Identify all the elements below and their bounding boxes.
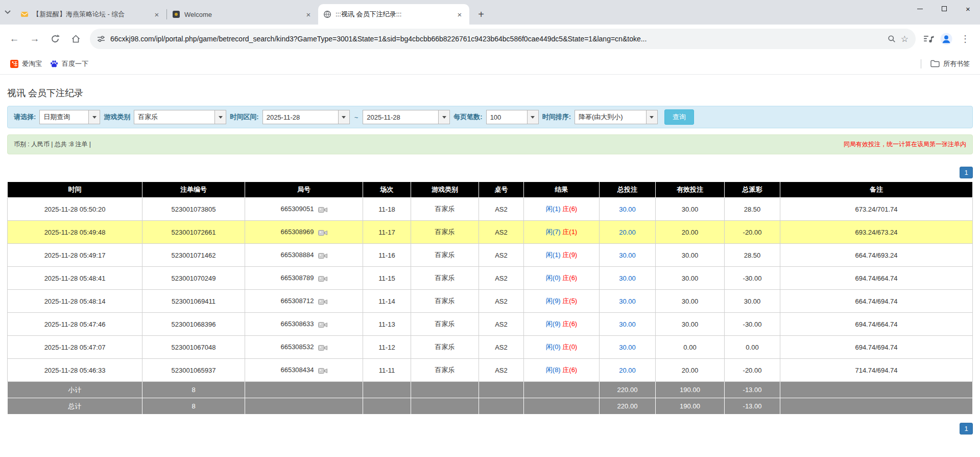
chevron-down-icon[interactable] <box>338 110 350 124</box>
result-banker: 庄(5) <box>562 297 577 305</box>
close-tab-icon[interactable]: × <box>152 10 161 19</box>
toolbar-right: ⋮ <box>921 33 975 45</box>
cell-bet-id: 523001070249 <box>142 267 245 290</box>
total-bet-link[interactable]: 20.00 <box>619 228 636 236</box>
back-button[interactable]: ← <box>5 30 23 48</box>
maximize-button[interactable] <box>932 0 956 17</box>
bookmark-label: 百度一下 <box>62 59 88 68</box>
video-replay-icon[interactable] <box>318 299 327 305</box>
bookmark-aitaobao[interactable]: 爱淘宝 <box>6 57 46 71</box>
video-replay-icon[interactable] <box>318 368 327 374</box>
total-bet-link[interactable]: 20.00 <box>619 367 636 374</box>
chevron-down-icon[interactable] <box>214 110 226 124</box>
bookmark-star-icon[interactable]: ☆ <box>901 34 909 44</box>
cell-total-bet: 30.00 <box>600 336 656 359</box>
result-player: 闲(1) <box>546 205 561 213</box>
sort-combobox[interactable] <box>575 110 658 124</box>
footer-valid-bet: 190.00 <box>656 382 725 398</box>
page-size-combobox[interactable] <box>486 110 539 124</box>
folder-icon <box>930 60 940 67</box>
address-bar[interactable]: 66cxkj98.com/ipl/portal.php/game/betreco… <box>90 29 916 49</box>
result-banker: 庄(6) <box>562 320 577 328</box>
home-icon <box>71 34 81 43</box>
profile-avatar[interactable] <box>940 33 952 45</box>
cell-payout: 30.00 <box>725 290 780 313</box>
video-replay-icon[interactable] <box>318 345 327 351</box>
table-row: 2025-11-28 05:49:17523001071462665308884… <box>8 244 973 267</box>
game-type-combobox[interactable] <box>134 110 226 124</box>
sort-input[interactable] <box>575 110 646 124</box>
tab-welcome[interactable]: Welcome × <box>167 4 318 25</box>
round-number: 665309051 <box>280 205 314 213</box>
cell-time: 2025-11-28 05:47:46 <box>8 313 142 336</box>
total-bet-link[interactable]: 30.00 <box>619 205 636 213</box>
chevron-down-icon[interactable] <box>646 110 658 124</box>
cell-session: 11-13 <box>363 313 411 336</box>
cell-remark: 693.24/673.24 <box>780 221 973 244</box>
result-player: 闲(0) <box>546 274 561 282</box>
bookmark-baidu[interactable]: 百度一下 <box>46 57 92 71</box>
tab-search-button[interactable] <box>0 0 15 25</box>
url-text[interactable]: 66cxkj98.com/ipl/portal.php/game/betreco… <box>110 35 882 43</box>
query-mode-combobox[interactable] <box>39 110 100 124</box>
cell-table-no: AS2 <box>479 290 524 313</box>
total-bet-link[interactable]: 30.00 <box>619 298 636 305</box>
chevron-down-icon[interactable] <box>88 110 100 124</box>
footer-empty <box>411 382 479 398</box>
cell-valid-bet: 30.00 <box>656 290 725 313</box>
date-to-picker[interactable] <box>363 110 450 124</box>
table-row: 2025-11-28 05:47:46523001068396665308633… <box>8 313 973 336</box>
site-settings-icon[interactable] <box>97 35 105 43</box>
zoom-icon[interactable] <box>888 35 896 43</box>
video-replay-icon[interactable] <box>318 230 327 236</box>
cell-round-id: 665308712 <box>245 290 363 313</box>
date-to-input[interactable] <box>363 110 438 124</box>
reload-button[interactable] <box>46 30 64 48</box>
tab-bet-records[interactable]: :::视讯 会员下注纪录::: × <box>318 4 469 25</box>
total-bet-link[interactable]: 30.00 <box>619 275 636 282</box>
maximize-icon <box>942 6 947 11</box>
query-mode-input[interactable] <box>39 110 88 124</box>
table-header-row: 时间注单编号局号场次游戏类别桌号结果总投注有效投注总派彩备注 <box>8 182 973 198</box>
tab-title: Welcome <box>184 11 301 18</box>
date-from-input[interactable] <box>262 110 338 124</box>
total-bet-link[interactable]: 30.00 <box>619 252 636 259</box>
cell-table-no: AS2 <box>479 336 524 359</box>
date-from-picker[interactable] <box>262 110 350 124</box>
new-tab-button[interactable]: + <box>473 7 489 22</box>
video-replay-icon[interactable] <box>318 276 327 282</box>
page-size-input[interactable] <box>486 110 527 124</box>
video-replay-icon[interactable] <box>318 207 327 213</box>
forward-button[interactable]: → <box>26 30 44 48</box>
cell-session: 11-18 <box>363 198 411 221</box>
tab-forum[interactable]: 【新提醒】海燕策略论坛 - 综合 × <box>15 4 166 25</box>
all-bookmarks-button[interactable]: 所有书签 <box>926 57 974 71</box>
cell-result: 闲(1) 庄(6) <box>524 198 600 221</box>
chevron-down-icon[interactable] <box>438 110 450 124</box>
footer-payout: -13.00 <box>725 398 780 415</box>
table-row: 2025-11-28 05:49:48523001072661665308969… <box>8 221 973 244</box>
total-bet-link[interactable]: 30.00 <box>619 321 636 328</box>
chevron-down-icon[interactable] <box>527 110 539 124</box>
video-replay-icon[interactable] <box>318 253 327 259</box>
footer-empty <box>363 382 411 398</box>
media-controls-icon[interactable] <box>924 35 934 43</box>
video-replay-icon[interactable] <box>318 322 327 328</box>
menu-icon[interactable]: ⋮ <box>959 33 972 44</box>
page-button-1[interactable]: 1 <box>960 423 973 435</box>
cell-result: 闲(0) 庄(6) <box>524 267 600 290</box>
page-button-1[interactable]: 1 <box>960 167 973 178</box>
close-tab-icon[interactable]: × <box>304 10 313 19</box>
minimize-button[interactable] <box>908 0 932 17</box>
game-type-input[interactable] <box>134 110 214 124</box>
round-number: 665308532 <box>280 343 314 351</box>
search-button[interactable]: 查询 <box>664 109 694 125</box>
close-tab-icon[interactable]: × <box>455 10 464 19</box>
home-button[interactable] <box>66 30 85 48</box>
cell-total-bet: 30.00 <box>600 244 656 267</box>
footer-empty <box>780 382 973 398</box>
close-window-button[interactable]: × <box>956 0 980 17</box>
total-bet-link[interactable]: 30.00 <box>619 344 636 351</box>
result-player: 闲(0) <box>546 343 561 351</box>
cell-game-type: 百家乐 <box>411 290 479 313</box>
